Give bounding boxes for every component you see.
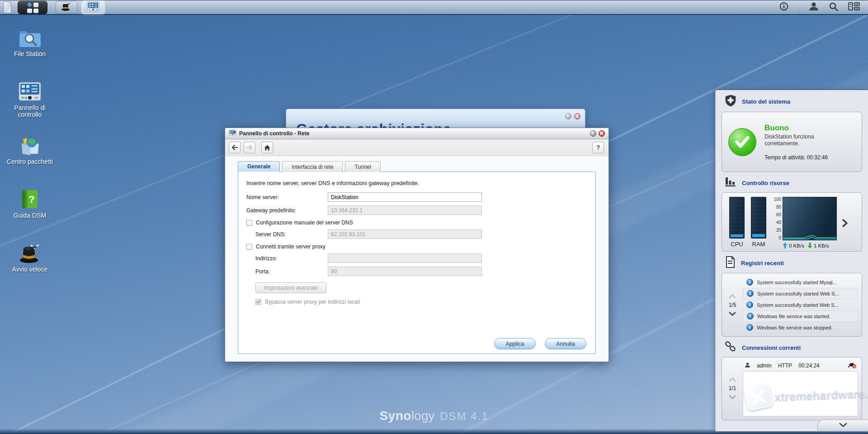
info-icon: i — [746, 279, 753, 286]
server-dns-label: Server DNS: — [255, 231, 328, 238]
indirizzo-label: Indirizzo: — [255, 255, 328, 262]
window-toolbar: ? — [225, 139, 609, 156]
minimize-button[interactable] — [565, 113, 571, 119]
connection-protocol: HTTP — [778, 362, 792, 369]
bar-chart-icon — [725, 176, 736, 189]
ram-gauge — [751, 197, 766, 238]
info-icon[interactable] — [779, 2, 788, 13]
control-panel-icon — [229, 129, 236, 138]
page-down-icon[interactable] — [729, 395, 736, 399]
nome-server-field[interactable] — [328, 192, 482, 202]
back-button[interactable] — [229, 142, 241, 153]
upload-arrow-icon — [783, 243, 788, 248]
cancel-button[interactable]: Annulla — [545, 338, 586, 349]
logs-pager: 1/5 — [722, 276, 743, 334]
uptime-text: Tempo di attività: 00:32:46 — [764, 154, 837, 161]
log-row[interactable]: iWindows file service was started. — [743, 310, 858, 322]
resource-monitor-card[interactable]: CPU RAM 10080 6040 200 — [722, 192, 862, 252]
disconnect-icon[interactable] — [848, 362, 856, 370]
connection-duration: 00:24:24 — [798, 362, 820, 369]
connection-row[interactable]: admin HTTP 00:24:24 — [743, 360, 858, 371]
open-resource-monitor-chevron[interactable] — [842, 219, 848, 229]
porta-label: Porta: — [255, 268, 328, 275]
page-up-icon[interactable] — [729, 377, 736, 382]
control-panel-task-button[interactable] — [82, 1, 104, 14]
network-graph: 10080 6040 200 — [772, 197, 837, 240]
window-titlebar[interactable]: Pannello di controllo - Rete — [225, 128, 609, 139]
package-center-icon — [18, 134, 42, 157]
window-content: Generale Interfaccia di rete Tunnel Inse… — [225, 156, 609, 362]
status-message: DiskStation funziona correttamente. — [764, 134, 837, 147]
desktop-icon-column: File Station Pannello di controllo — [5, 26, 54, 296]
taskbar-right-icons — [779, 2, 864, 13]
magician-hat-icon — [18, 242, 42, 264]
tab-tunnel[interactable]: Tunnel — [345, 161, 380, 172]
control-panel-icon — [87, 1, 99, 13]
window-title: Pannello di controllo - Rete — [239, 130, 309, 137]
desktop-icon-label: Centro pacchetti — [7, 158, 53, 165]
quick-launch-task-button[interactable] — [56, 1, 77, 14]
back-icon — [231, 145, 238, 150]
desktop-icon-quick-launch[interactable]: Avvio veloce — [5, 242, 54, 296]
pilot-view-sidebar: Stato del sistema Buono DiskStation funz… — [715, 90, 868, 431]
home-icon — [264, 145, 270, 151]
log-row[interactable]: iSystem successfully started Web S... — [743, 299, 858, 310]
cpu-label: CPU — [731, 241, 743, 248]
desktop-icon-label: Avvio veloce — [12, 266, 47, 273]
proxy-checkbox[interactable] — [246, 244, 252, 250]
show-desktop-button[interactable] — [4, 1, 11, 13]
download-rate: 1 KB/s — [814, 243, 829, 248]
page-down-icon[interactable] — [729, 312, 736, 316]
tab-generale[interactable]: Generale — [238, 161, 280, 172]
proxy-checkbox-row[interactable]: Connetti tramite server proxy — [246, 243, 587, 250]
dns-manual-checkbox-row[interactable]: Configurazione manuale del server DNS — [246, 219, 587, 226]
widget-title: Registri recenti — [741, 260, 784, 267]
file-station-icon — [18, 26, 42, 49]
download-arrow-icon — [807, 243, 812, 248]
main-menu-button[interactable] — [18, 1, 47, 14]
widget-title: Controllo risorse — [742, 180, 789, 186]
shield-icon — [725, 95, 736, 109]
info-icon: i — [746, 324, 753, 331]
home-button[interactable] — [261, 142, 273, 153]
recent-logs-card: 1/5 iSystem successfully started Mysql..… — [722, 273, 862, 337]
pilot-view-icon[interactable] — [848, 2, 860, 13]
search-icon[interactable] — [829, 2, 838, 13]
user-icon — [745, 362, 750, 369]
log-row[interactable]: iSystem successfully started Web S... — [743, 288, 858, 299]
taskbar-separator — [798, 2, 799, 13]
status-ok-icon — [728, 128, 756, 156]
advanced-settings-button: Impostazioni avanzate — [255, 282, 326, 293]
network-plot — [783, 197, 837, 240]
close-icon[interactable] — [599, 130, 605, 137]
status-value: Buono — [764, 124, 837, 133]
document-icon — [725, 256, 736, 270]
close-icon[interactable] — [574, 113, 580, 119]
help-button[interactable]: ? — [592, 142, 604, 153]
desktop: File Station Pannello di controllo — [0, 0, 868, 434]
minimize-button[interactable] — [590, 130, 596, 137]
chevron-down-icon — [839, 423, 847, 427]
user-icon[interactable] — [809, 2, 819, 13]
taskbar — [0, 0, 868, 15]
logs-page-indicator: 1/5 — [729, 302, 736, 308]
bypass-checkbox — [255, 299, 261, 305]
ram-label: RAM — [752, 241, 765, 248]
sidebar-collapse-tab[interactable] — [817, 420, 868, 430]
page-up-icon[interactable] — [729, 294, 736, 298]
forward-button[interactable] — [244, 142, 255, 153]
log-row[interactable]: iSystem successfully started Mysql... — [743, 277, 858, 288]
desktop-icon-file-station[interactable]: File Station — [5, 26, 54, 80]
porta-field — [328, 267, 482, 276]
desktop-icon-dsm-help[interactable]: ? Guida DSM — [5, 188, 54, 242]
log-row[interactable]: iWindows file service was stopped. — [743, 322, 858, 333]
widget-title: Connessioni correnti — [742, 344, 801, 351]
apply-button[interactable]: Applica — [494, 338, 536, 349]
control-panel-icon — [18, 80, 42, 103]
graph-y-axis: 10080 6040 200 — [772, 197, 783, 240]
panel-description: Inserire nome server, server DNS e infor… — [246, 180, 587, 186]
desktop-icon-control-panel[interactable]: Pannello di controllo — [5, 80, 54, 134]
desktop-icon-package-center[interactable]: Centro pacchetti — [5, 134, 54, 188]
dns-manual-checkbox[interactable] — [246, 220, 252, 226]
tab-interfaccia-di-rete[interactable]: Interfaccia di rete — [282, 161, 343, 172]
